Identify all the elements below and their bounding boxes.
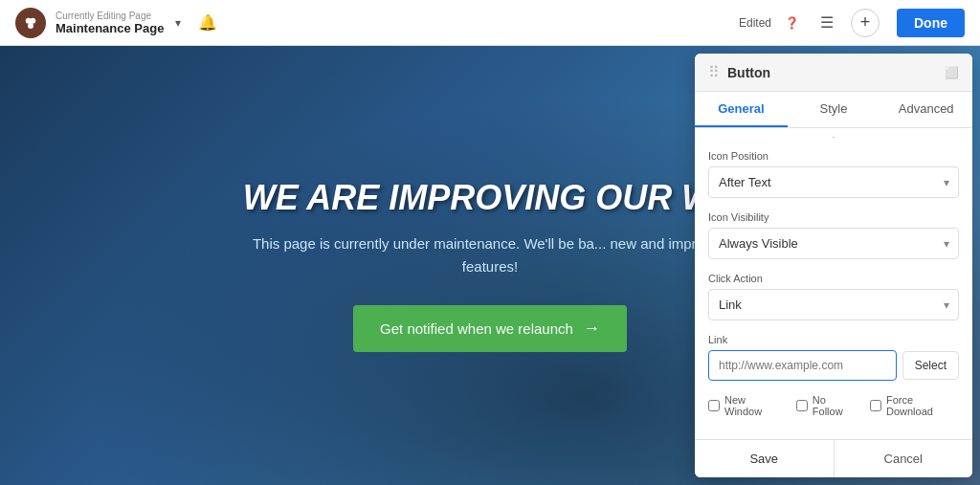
help-icon[interactable]: ❓ bbox=[785, 16, 799, 30]
svg-point-1 bbox=[30, 17, 35, 23]
no-follow-checkbox[interactable]: No Follow bbox=[796, 394, 857, 417]
notifications-icon[interactable]: 🔔 bbox=[198, 13, 217, 32]
editing-label: Currently Editing Page bbox=[56, 11, 164, 21]
done-button[interactable]: Done bbox=[897, 9, 965, 37]
checkboxes-row: New Window No Follow Force Download bbox=[708, 394, 959, 417]
link-field: Link Select bbox=[708, 334, 959, 381]
new-window-label: New Window bbox=[724, 394, 783, 417]
svg-point-2 bbox=[28, 23, 33, 29]
app-logo bbox=[15, 8, 46, 38]
notify-button[interactable]: Get notified when we relaunch → bbox=[353, 305, 627, 352]
click-action-label: Click Action bbox=[708, 273, 959, 284]
page-subtext: This page is currently under maintenance… bbox=[251, 232, 729, 278]
icon-position-label: Icon Position bbox=[708, 150, 959, 162]
icon-position-field: Icon Position Before Text After Text No … bbox=[708, 150, 959, 198]
panel-tabs: General Style Advanced bbox=[695, 92, 972, 128]
link-row: Select bbox=[708, 350, 959, 381]
tab-indicator: · bbox=[695, 128, 972, 150]
force-download-label: Force Download bbox=[886, 394, 959, 417]
panel-body: Icon Position Before Text After Text No … bbox=[695, 150, 972, 430]
page-dropdown-icon[interactable]: ▾ bbox=[175, 16, 181, 30]
click-action-wrapper: Link Popup Scroll To ▾ bbox=[708, 289, 959, 320]
notify-button-label: Get notified when we relaunch bbox=[380, 320, 573, 337]
cancel-button[interactable]: Cancel bbox=[835, 440, 973, 477]
header: Currently Editing Page Maintenance Page … bbox=[0, 0, 980, 46]
force-download-input[interactable] bbox=[870, 400, 881, 411]
click-action-select[interactable]: Link Popup Scroll To bbox=[708, 289, 959, 320]
button-panel: ⠿ Button ⬜ General Style Advanced · Icon… bbox=[695, 54, 972, 477]
icon-visibility-select[interactable]: Always Visible On Hover Never bbox=[708, 228, 959, 259]
new-window-input[interactable] bbox=[708, 400, 720, 411]
page-name: Maintenance Page bbox=[56, 21, 164, 35]
icon-position-wrapper: Before Text After Text No Icon ▾ bbox=[708, 166, 959, 198]
page-heading: WE ARE IMPROVING OUR WE bbox=[243, 179, 738, 217]
panel-header: ⠿ Button ⬜ bbox=[695, 54, 972, 92]
list-icon[interactable]: ☰ bbox=[820, 13, 834, 32]
panel-title: Button bbox=[727, 65, 945, 80]
drag-handle-icon[interactable]: ⠿ bbox=[708, 63, 720, 81]
link-input[interactable] bbox=[708, 350, 897, 381]
tab-general[interactable]: General bbox=[695, 92, 788, 127]
tab-style[interactable]: Style bbox=[788, 92, 880, 127]
page-info: Currently Editing Page Maintenance Page bbox=[56, 11, 164, 35]
icon-visibility-field: Icon Visibility Always Visible On Hover … bbox=[708, 211, 959, 259]
icon-visibility-wrapper: Always Visible On Hover Never ▾ bbox=[708, 228, 959, 259]
minimize-icon[interactable]: ⬜ bbox=[945, 66, 959, 79]
save-button[interactable]: Save bbox=[695, 440, 835, 477]
edited-status: Edited bbox=[739, 16, 771, 30]
tab-advanced[interactable]: Advanced bbox=[880, 92, 972, 127]
no-follow-label: No Follow bbox=[813, 394, 857, 417]
link-label: Link bbox=[708, 334, 959, 345]
icon-position-select[interactable]: Before Text After Text No Icon bbox=[708, 166, 959, 198]
icon-visibility-label: Icon Visibility bbox=[708, 211, 959, 223]
new-window-checkbox[interactable]: New Window bbox=[708, 394, 783, 417]
panel-footer: Save Cancel bbox=[695, 439, 972, 477]
main-area: WE ARE IMPROVING OUR WE This page is cur… bbox=[0, 46, 980, 485]
click-action-field: Click Action Link Popup Scroll To ▾ bbox=[708, 273, 959, 320]
no-follow-input[interactable] bbox=[796, 400, 808, 411]
arrow-icon: → bbox=[583, 319, 600, 339]
link-select-button[interactable]: Select bbox=[902, 351, 959, 380]
force-download-checkbox[interactable]: Force Download bbox=[870, 394, 959, 417]
add-button[interactable]: + bbox=[851, 9, 880, 37]
